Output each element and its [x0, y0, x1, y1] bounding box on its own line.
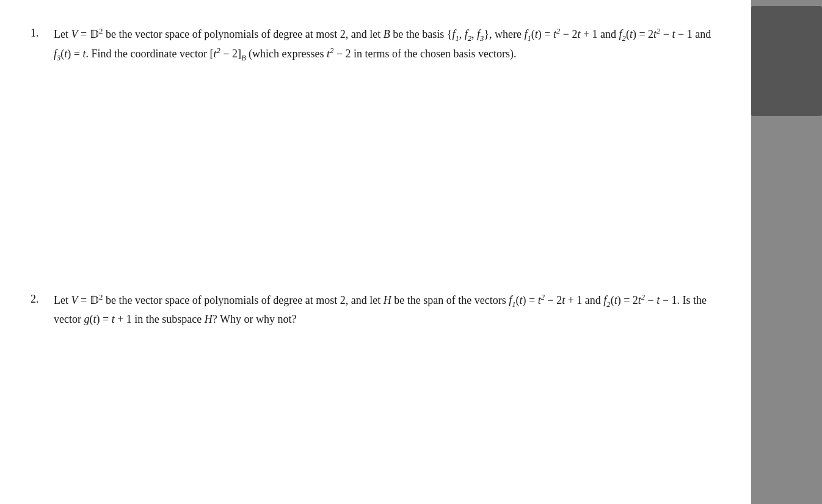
page-content: 1. Let V = 𝔻2 be the vector space of pol…: [0, 0, 751, 504]
problem-2: 2. Let V = 𝔻2 be the vector space of pol…: [31, 290, 715, 329]
problem-2-number: 2.: [31, 290, 54, 329]
problem-2-text: Let V = 𝔻2 be the vector space of polyno…: [54, 290, 715, 329]
spacer: [31, 95, 715, 290]
problems-list: 1. Let V = 𝔻2 be the vector space of pol…: [31, 24, 715, 329]
problem-1-text: Let V = 𝔻2 be the vector space of polyno…: [54, 24, 715, 65]
problem-1: 1. Let V = 𝔻2 be the vector space of pol…: [31, 24, 715, 65]
scrollbar[interactable]: [751, 0, 822, 504]
scrollbar-thumb[interactable]: [751, 6, 822, 116]
problem-1-number: 1.: [31, 24, 54, 65]
